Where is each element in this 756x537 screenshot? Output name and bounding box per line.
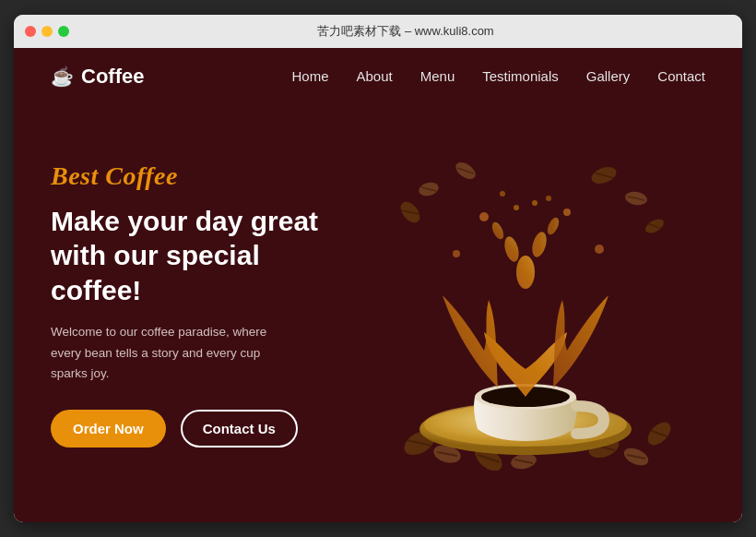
svg-point-42 [546,196,551,201]
nav-about[interactable]: About [357,68,393,84]
website-content: ☕ Coffee Home About Menu Testimonials Ga… [14,48,742,522]
order-now-button[interactable]: Order Now [51,410,166,448]
logo-icon: ☕ [51,66,74,88]
svg-point-37 [595,245,604,254]
close-button[interactable] [25,26,36,37]
svg-point-30 [516,256,535,289]
svg-point-31 [502,235,522,264]
coffee-illustration [369,138,682,471]
nav-contact[interactable]: Contact [657,68,705,84]
logo-text: Coffee [81,65,144,89]
browser-window: 苦力吧素材下载 – www.kuli8.com ☕ Coffee Home Ab… [14,15,742,522]
browser-titlebar: 苦力吧素材下载 – www.kuli8.com [14,15,742,48]
svg-point-41 [500,191,505,197]
svg-point-36 [563,209,571,216]
nav-links: Home About Menu Testimonials Gallery Con… [292,68,706,85]
coffee-scene [369,138,682,471]
maximize-button[interactable] [58,26,69,37]
url-bar[interactable]: 苦力吧素材下载 – www.kuli8.com [80,23,731,40]
svg-point-35 [479,212,489,221]
svg-point-33 [490,221,506,241]
hero-tagline: Best Coffee [51,161,346,191]
window-controls [25,26,69,37]
svg-point-34 [545,216,561,236]
nav-testimonials[interactable]: Testimonials [482,68,559,84]
svg-point-40 [532,200,537,206]
navbar: ☕ Coffee Home About Menu Testimonials Ga… [14,48,742,105]
hero-content: Best Coffee Make your day great with our… [51,161,346,448]
minimize-button[interactable] [41,26,53,37]
hero-description: Welcome to our coffee paradise, where ev… [51,322,290,384]
hero-image [346,114,705,495]
svg-point-39 [514,205,519,210]
svg-point-38 [453,250,460,257]
hero-headline: Make your day great with our special cof… [51,204,346,308]
site-logo[interactable]: ☕ Coffee [51,65,144,89]
nav-home[interactable]: Home [292,68,329,84]
contact-us-button[interactable]: Contact Us [181,410,298,448]
svg-point-32 [530,231,549,259]
nav-gallery[interactable]: Gallery [586,68,631,84]
nav-menu[interactable]: Menu [420,68,455,84]
hero-buttons: Order Now Contact Us [51,410,346,448]
hero-section: Best Coffee Make your day great with our… [14,105,742,522]
